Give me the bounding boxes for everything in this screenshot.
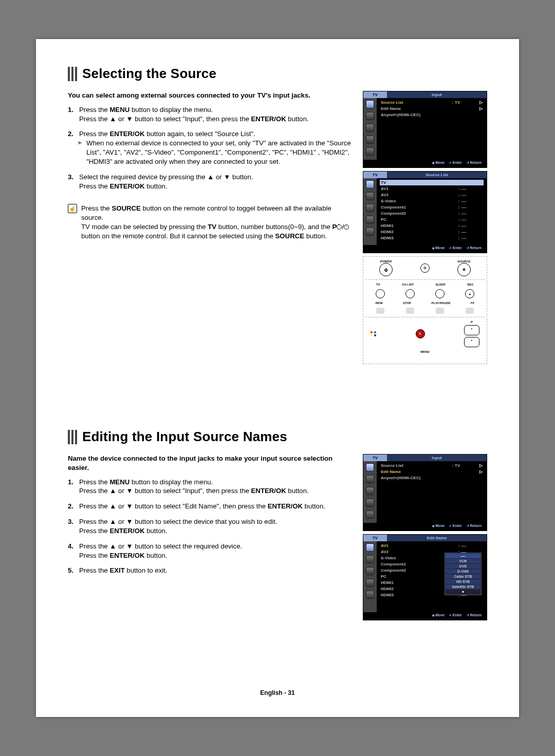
popup-item: Satellite STB	[446, 584, 480, 589]
step-3: 3. Select the required device by pressin…	[79, 173, 353, 191]
osd-source-row: PC:----	[380, 217, 484, 222]
hand-note-icon: ☝	[68, 204, 77, 213]
remote-chlist-button	[405, 289, 415, 298]
s2-step-4: 4. Press the ▲ or ▼ button to select the…	[79, 542, 353, 560]
remote-stop-button	[406, 308, 414, 314]
osd-source-row: AV1:----	[380, 186, 484, 192]
remote-rec-button: ●	[465, 289, 474, 298]
page-footer: English - 31	[36, 689, 519, 696]
osd-edit-row: AV1:----	[380, 543, 484, 549]
osd-source-row: TV	[380, 180, 484, 185]
popup-item: Cable STB	[446, 574, 480, 579]
osd-icon	[366, 100, 374, 108]
osd-hint-enter: Enter	[449, 161, 462, 167]
osd-icon	[366, 112, 374, 120]
osd-icon	[366, 567, 374, 575]
osd-icon	[366, 180, 374, 188]
osd-icon	[366, 124, 374, 132]
osd-source-row: HDMI2:----	[380, 229, 484, 235]
section2-intro: Name the device connected to the input j…	[68, 454, 353, 472]
remote-p-up-button: ˄	[464, 325, 479, 335]
s2-step-3: 3. Press the ▲ or ▼ button to select the…	[79, 517, 353, 536]
osd-icon	[366, 487, 374, 495]
remote-button: ⊙	[420, 263, 430, 273]
osd-source-row: HDMI1:----	[380, 223, 484, 229]
osd-icon	[366, 475, 374, 483]
osd-row-source-list: Source List:TV▷	[380, 100, 484, 105]
remote-sleep-button	[435, 289, 445, 298]
section2-heading: Editing the Input Source Names	[68, 429, 487, 445]
osd-icon	[366, 204, 374, 212]
section1-title: Selecting the Source	[82, 66, 216, 82]
manual-page: Selecting the Source You can select amon…	[36, 39, 519, 717]
osd-icon	[366, 499, 374, 507]
s2-step-5: 5. Press the EXIT button to exit.	[79, 566, 353, 575]
step-2-note: When no external device is connected to …	[79, 139, 353, 166]
osd-icon-sidebar	[363, 98, 377, 160]
heading-bars-icon	[68, 67, 77, 81]
osd-icon	[366, 555, 374, 563]
remote-tv-button	[376, 289, 385, 298]
step-1: 1. Press the MENU button to display the …	[79, 105, 353, 124]
osd-icon	[366, 192, 374, 200]
section1-intro: You can select among external sources co…	[68, 91, 353, 100]
osd-source-list: TV Source List TVAV1:----AV2:----S-Video…	[363, 171, 487, 253]
osd-icon	[366, 543, 374, 552]
osd-icon	[366, 463, 374, 471]
osd-source-row: Component2:----	[380, 211, 484, 216]
osd-icon	[366, 228, 374, 236]
s2-step-2: 2. Press the ▲ or ▼ button to select "Ed…	[79, 502, 353, 511]
osd-icon	[366, 591, 374, 599]
remote-power-button: ⏻	[379, 263, 393, 276]
osd-row-edit-name: Edit Name▷	[380, 106, 484, 111]
osd-row-anynet: Anynet+(HDMI-CEC)	[380, 112, 484, 118]
osd-source-row: S-Video:----	[380, 198, 484, 204]
popup-more-icon: ▼	[446, 590, 480, 594]
popup-item: DVD	[446, 564, 480, 569]
section1-body: You can select among external sources co…	[68, 91, 353, 367]
remote-p-down-button: ˅	[464, 337, 479, 347]
section2-body: Name the device connected to the input j…	[68, 454, 353, 623]
remote-ff-button	[466, 308, 474, 314]
osd-source-row: Component1:----	[380, 204, 484, 210]
remote-rew-button	[376, 308, 384, 314]
s2-step-1: 1. Press the MENU button to display the …	[79, 478, 353, 496]
remote-diagram: POWER ⏻ ⊙ SOURCE ⋐ TV CH LIST SLEEP REC	[363, 256, 487, 364]
osd-icon	[366, 579, 374, 587]
remote-play-button	[436, 308, 444, 314]
osd-tab-tv: TV	[363, 91, 387, 98]
osd-source-row: AV2:----	[380, 192, 484, 198]
popup-item: ----	[446, 554, 480, 558]
step-2: 2. Press the ENTER/OK button again, to s…	[79, 129, 353, 166]
osd-input-menu: TV Input Source List:TV▷ Edit Name▷ An	[363, 91, 487, 168]
osd-icon	[366, 147, 374, 156]
remote-mute-button: 🔇	[416, 329, 425, 338]
osd-icon	[366, 216, 374, 224]
remote-source-button: ⋐	[457, 263, 471, 276]
osd-title-input: Input	[387, 91, 487, 98]
popup-item: D-VHS	[446, 569, 480, 574]
section1-heading: Selecting the Source	[68, 66, 487, 82]
popup-item: HD STB	[446, 579, 480, 584]
p-down-icon	[344, 224, 349, 230]
osd-input-menu-editname: TV Input Source List:TV▷	[363, 454, 487, 531]
section2-title: Editing the Input Source Names	[82, 429, 287, 445]
remote-note: ☝ Press the SOURCE button on the remote …	[68, 204, 353, 240]
osd-source-row: HDMI3:----	[380, 235, 484, 241]
p-up-icon	[337, 224, 342, 230]
heading-bars-icon	[68, 430, 77, 444]
osd-icon	[366, 136, 374, 144]
osd-hint-move: Move	[432, 161, 445, 167]
edit-name-popup: ----VCRDVDD-VHSCable STBHD STBSatellite …	[445, 553, 482, 595]
osd-hint-return: Return	[467, 161, 482, 167]
popup-item: VCR	[446, 559, 480, 563]
osd-icon	[366, 511, 374, 519]
osd-edit-name: TV Edit Name AV1:----AV2:----S-Video:-	[363, 534, 487, 620]
